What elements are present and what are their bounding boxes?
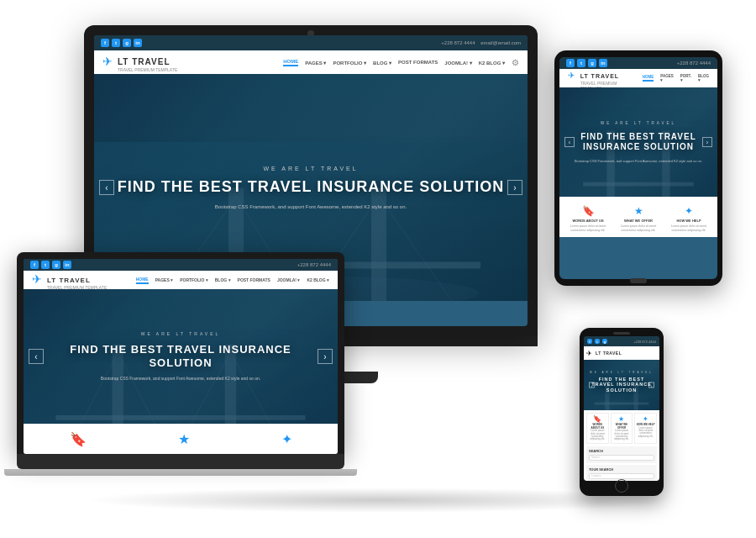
- phone-help-icon: ✦: [636, 415, 655, 423]
- phone-sections: 🔖 WORDS ABOUT US Lorem ipsum dolor sit a…: [586, 413, 657, 444]
- laptop-twitter-icon: t: [41, 261, 50, 269]
- tablet-section-3-title: HOW WE HELP: [665, 219, 712, 223]
- desktop-site-nav: ✈ LT TRAVEL TRAVEL PREMIUM TEMPLATE HOME…: [94, 50, 528, 74]
- tablet-section-2: ★ WHAT WE OFFER Lorem ipsum dolor sit am…: [615, 205, 662, 232]
- phone-body: f t g +228 872 4444 ✈ LT TRAVEL: [580, 328, 664, 496]
- laptop-hero: WE ARE LT TRAVEL FIND THE BEST TRAVEL IN…: [24, 289, 338, 424]
- email-address: email@email.com: [480, 40, 521, 45]
- laptop-social-icons: f t g in: [30, 261, 71, 269]
- phone-screen-content: f t g +228 872 4444 ✈ LT TRAVEL: [584, 336, 659, 481]
- tablet-hero: WE ARE LT TRAVEL FIND THE BEST TRAVEL IN…: [559, 87, 717, 197]
- laptop-linkedin-icon: in: [63, 261, 71, 269]
- phone-below-hero: 🔖 WORDS ABOUT US Lorem ipsum dolor sit a…: [584, 410, 659, 481]
- hero-description: Bootstrap CSS Framework, and support Fon…: [116, 203, 506, 209]
- facebook-icon[interactable]: f: [101, 39, 109, 47]
- site-logo[interactable]: ✈ LT TRAVEL TRAVEL PREMIUM TEMPLATE: [102, 53, 177, 72]
- phone-section-1: 🔖 WORDS ABOUT US Lorem ipsum dolor sit a…: [586, 413, 609, 444]
- logo-tagline: TRAVEL PREMIUM TEMPLATE: [118, 67, 177, 72]
- laptop-logo-icon: ✈: [32, 272, 44, 287]
- nav-blog[interactable]: BLOG ▾: [373, 60, 391, 66]
- laptop-nav-blog: BLOG ▾: [215, 277, 231, 282]
- phone-hero-title: FIND THE BEST TRAVEL INSURANCE SOLUTION: [588, 377, 656, 393]
- tablet-nav-blog: BLOG ▾: [698, 74, 709, 82]
- laptop-hero-desc: Bootstrap CSS Framework, and support Fon…: [39, 376, 323, 382]
- tablet-hero-subtitle: WE ARE LT TRAVEL: [567, 121, 709, 125]
- phone-section-1-text: Lorem ipsum dolor sit amet consectetur a…: [588, 430, 607, 440]
- phone-logo-icon: ✈: [586, 350, 592, 357]
- svg-rect-20: [583, 182, 694, 187]
- laptop-logo: ✈ LT TRAVEL TRAVEL PREMIUM TEMPLATE: [32, 271, 107, 290]
- phone-home-button[interactable]: [615, 479, 628, 493]
- phone-hero-content: WE ARE LT TRAVEL FIND THE BEST TRAVEL IN…: [588, 371, 656, 399]
- phone-nav: ✈ LT TRAVEL: [584, 346, 659, 360]
- laptop-nav-joomla: JOOMLA! ▾: [277, 277, 300, 282]
- phone-section-2: ★ WHAT WE OFFER Lorem ipsum dolor sit am…: [611, 413, 633, 444]
- laptop-screen-content: f t g in +228 872 4444 ✈: [24, 259, 338, 454]
- laptop-screen: f t g in +228 872 4444 ✈: [24, 259, 338, 454]
- googleplus-icon[interactable]: g: [123, 39, 131, 47]
- laptop-prev-arrow: ‹: [29, 349, 44, 364]
- laptop-nav: ✈ LT TRAVEL TRAVEL PREMIUM TEMPLATE HOME…: [24, 271, 338, 289]
- phone-logo-text: LT TRAVEL: [596, 351, 622, 356]
- tablet-section-1-text: Lorem ipsum dolor sit amet consectetur a…: [564, 224, 612, 232]
- tablet-below-hero: 🔖 WORDS ABOUT US Lorem ipsum dolor sit a…: [559, 197, 717, 237]
- phone-hero: WE ARE LT TRAVEL FIND THE BEST TRAVEL IN…: [584, 360, 659, 410]
- twitter-icon[interactable]: t: [112, 39, 120, 47]
- nav-portfolio[interactable]: PORTFOLIO ▾: [333, 60, 366, 66]
- laptop-hero-content: WE ARE LT TRAVEL FIND THE BEST TRAVEL IN…: [39, 331, 323, 382]
- tablet-star-icon: ★: [615, 205, 662, 217]
- nav-post-formats[interactable]: POST FORMATS: [398, 60, 438, 65]
- desktop-contact-info: +228 872 4444 email@email.com: [441, 40, 521, 45]
- laptop-hero-subtitle: WE ARE LT TRAVEL: [39, 331, 323, 336]
- logo-text: LT TRAVEL: [118, 57, 171, 66]
- nav-pages[interactable]: PAGES ▾: [305, 60, 326, 66]
- laptop-screen-container: f t g in +228 872 4444 ✈: [17, 252, 344, 454]
- phone-search-label: SEARCH: [589, 449, 654, 453]
- logo-icon: ✈: [102, 55, 114, 70]
- tablet-section-2-text: Lorem ipsum dolor sit amet consectetur a…: [615, 224, 662, 232]
- tablet-next-arrow: ›: [702, 137, 712, 147]
- tablet-home-button[interactable]: [630, 278, 647, 283]
- phone-search-section: SEARCH Search...: [586, 446, 657, 463]
- laptop-topbar: f t g in +228 872 4444: [24, 259, 338, 271]
- laptop-bottom-icons: 🔖 ★ ✦: [24, 424, 338, 454]
- laptop-next-arrow: ›: [318, 349, 333, 364]
- hero-prev-arrow[interactable]: ‹: [99, 180, 114, 195]
- phone-next-arrow: ›: [648, 382, 654, 388]
- desktop-social-icons: f t g in: [101, 39, 142, 47]
- star-icon: ★: [178, 431, 190, 447]
- tablet-nav-pages: PAGES ▾: [660, 74, 673, 82]
- phone-phone-num: +228 872 4444: [633, 340, 656, 344]
- desktop-hero-content: WE ARE LT TRAVEL FIND THE BEST TRAVEL IN…: [116, 166, 506, 210]
- phone-section-3: ✦ HOW WE HELP Lorem ipsum dolor sit amet…: [634, 413, 657, 444]
- gear-icon[interactable]: ⚙: [512, 58, 519, 67]
- phone-prev-arrow: ‹: [589, 382, 595, 388]
- laptop-phone: +228 872 4444: [297, 262, 331, 267]
- tablet-section-2-title: WHAT WE OFFER: [615, 219, 662, 223]
- tablet-nav-items: HOME PAGES ▾ PORT. ▾ BLOG ▾: [643, 74, 709, 82]
- phone-hero-subtitle: WE ARE LT TRAVEL: [588, 371, 656, 374]
- tablet-section-3-text: Lorem ipsum dolor sit amet consectetur a…: [665, 224, 712, 232]
- nav-home[interactable]: HOME: [283, 59, 298, 66]
- nav-k2-blog[interactable]: K2 BLOG ▾: [479, 60, 505, 66]
- phone-bookmark-icon: 🔖: [588, 415, 607, 423]
- hero-subtitle: WE ARE LT TRAVEL: [116, 166, 506, 171]
- phone-contact: +228 872 4444: [633, 340, 656, 344]
- tablet-help-icon: ✦: [665, 205, 712, 217]
- hero-title: FIND THE BEST TRAVEL INSURANCE SOLUTION: [116, 178, 506, 197]
- tablet-hero-desc: Bootstrap CSS Framework, and support Fon…: [567, 159, 709, 164]
- tablet-sections-grid: 🔖 WORDS ABOUT US Lorem ipsum dolor sit a…: [564, 205, 712, 232]
- desktop-site-topbar: f t g in +228 872 4444 email@email.com: [94, 35, 528, 50]
- desktop-nav-items: HOME PAGES ▾ PORTFOLIO ▾ BLOG ▾ POST FOR…: [283, 58, 519, 67]
- laptop: f t g in +228 872 4444 ✈: [17, 252, 344, 496]
- linkedin-icon[interactable]: in: [134, 39, 142, 47]
- hero-next-arrow[interactable]: ›: [507, 180, 522, 195]
- phone-speaker: [613, 332, 630, 335]
- laptop-nav-pages: PAGES ▾: [155, 277, 174, 282]
- tablet-screen: f t g in +228 872 4444 ✈: [559, 57, 717, 279]
- laptop-google-icon: g: [52, 261, 60, 269]
- tablet-section-1-title: WORDS ABOUT US: [564, 219, 612, 223]
- nav-joomla[interactable]: JOOMLA! ▾: [444, 60, 471, 66]
- phone-social: f t g: [587, 339, 607, 344]
- phone-tour-search-label: TOUR SEARCH: [589, 467, 654, 472]
